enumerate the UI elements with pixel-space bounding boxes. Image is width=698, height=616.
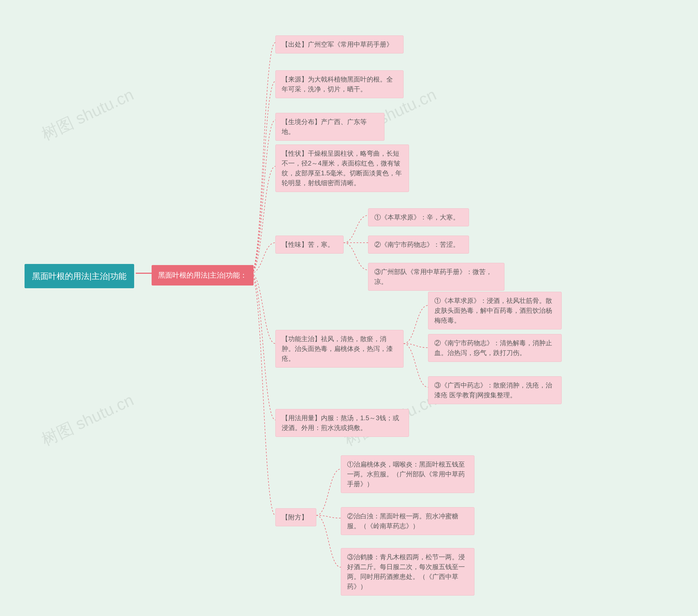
node-formula[interactable]: 【附方】: [275, 508, 316, 526]
node-function-item-2[interactable]: ②《南宁市药物志》：清热解毒，消肿止血。治热泻，痧气，跌打刀伤。: [428, 334, 562, 362]
node-taste-item-3[interactable]: ③广州部队《常用中草药手册》：微苦，凉。: [368, 263, 504, 291]
root-node[interactable]: 黑面叶根的用法|主治|功能: [25, 264, 134, 288]
node-function-item-3[interactable]: ③《广西中药志》：散瘀消肿，洗疮，治漆疮 医学教育|网搜集整理。: [428, 376, 562, 404]
node-source-ref[interactable]: 【出处】广州空军《常用中草药手册》: [275, 36, 404, 54]
node-function[interactable]: 【功能主治】祛风，清热，散瘀，消肿。治头面热毒，扁桃体炎，热泻，漆疮。: [275, 330, 404, 367]
node-formula-item-2[interactable]: ②治白浊：黑面叶根一两。煎水冲蜜糖服。（《岭南草药志》）: [341, 507, 474, 535]
node-habitat[interactable]: 【生境分布】产广西、广东等地。: [275, 113, 385, 141]
node-formula-item-3[interactable]: ③治鹤膝：青凡木根四两，松节一两。浸好酒二斤。每日服二次，每次服五钱至一两。同时…: [341, 548, 474, 596]
node-character[interactable]: 【性状】干燥根呈圆柱状，略弯曲，长短不一，径2～4厘米，表面棕红色，微有皱纹，皮…: [275, 144, 409, 192]
node-formula-item-1[interactable]: ①治扁桃体炎，咽喉炎：黑面叶根五钱至一两。水煎服。（广州部队《常用中草药手册》）: [341, 456, 474, 493]
watermark: 树图 shutu.cn: [38, 84, 137, 145]
node-function-item-1[interactable]: ①《本草求原》：浸酒，祛风壮筋骨。散皮肤头面热毒，解中百药毒，酒煎饮治杨梅疮毒。: [428, 292, 562, 330]
node-dosage[interactable]: 【用法用量】内服：熬汤，1.5～3钱；或浸酒。外用：煎水洗或捣敷。: [275, 409, 409, 437]
watermark: 树图 shutu.cn: [38, 389, 137, 451]
sub-node[interactable]: 黑面叶根的用法|主治|功能：: [152, 265, 254, 285]
mindmap-canvas: 树图 shutu.cn 树图 shutu.cn 树图 shutu.cn 树图 s…: [0, 0, 698, 616]
node-taste[interactable]: 【性味】苦，寒。: [275, 236, 344, 254]
node-origin[interactable]: 【来源】为大戟科植物黑面叶的根。全年可采，洗净，切片，晒干。: [275, 70, 404, 98]
node-taste-item-2[interactable]: ②《南宁市药物志》：苦涩。: [368, 236, 469, 254]
node-taste-item-1[interactable]: ①《本草求原》：辛，大寒。: [368, 208, 469, 226]
